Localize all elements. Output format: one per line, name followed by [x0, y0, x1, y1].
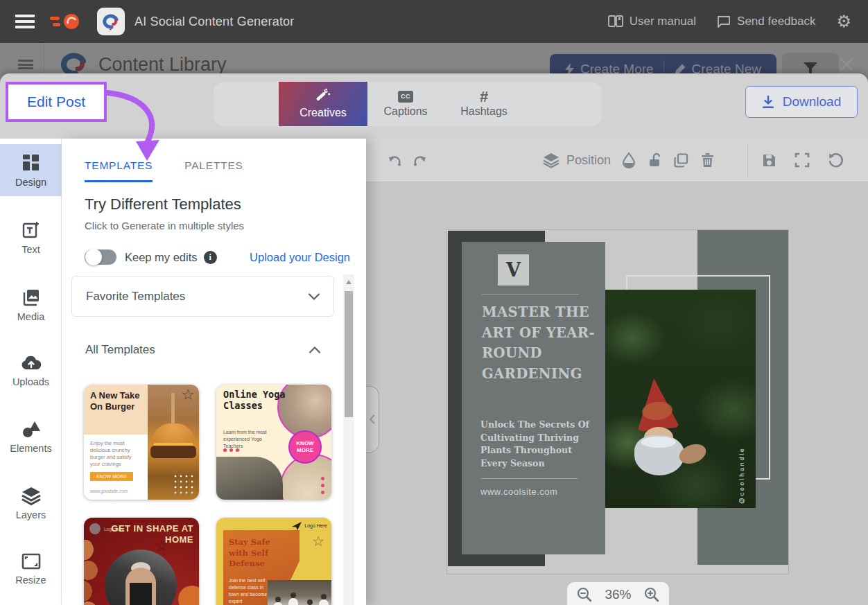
undo-button[interactable] — [383, 148, 406, 172]
droplet-icon — [623, 152, 635, 168]
tab-captions[interactable]: CC Captions — [367, 82, 444, 126]
app-logo-icon — [97, 8, 125, 35]
edit-post-annotation: Edit Post — [6, 82, 107, 122]
template-card-yoga[interactable]: Online Yoga Classes Learn from the most … — [216, 385, 331, 500]
template-grid: A New Take On Burger Enjoy the most deli… — [84, 385, 335, 605]
template-card-burger[interactable]: A New Take On Burger Enjoy the most deli… — [84, 385, 199, 500]
save-button[interactable] — [757, 148, 781, 172]
zoom-out-icon — [577, 587, 592, 602]
template-title: Stay Safe with Self Defense — [229, 537, 291, 570]
text-panel-shape[interactable] — [462, 242, 605, 554]
paper-plane-icon — [292, 522, 302, 530]
reset-button[interactable] — [824, 148, 847, 172]
sidebar-item-label: Uploads — [12, 376, 49, 387]
canvas-website-text[interactable]: www.coolsite.com — [480, 486, 557, 497]
tab-creatives[interactable]: Creatives — [279, 82, 367, 126]
dot-accents — [223, 448, 239, 452]
sidebar-item-label: Media — [17, 311, 45, 322]
sidebar-item-media[interactable]: Media — [0, 279, 62, 331]
keep-my-edits-toggle[interactable] — [85, 249, 116, 265]
editor-sidebar: Design Text Media — [0, 139, 62, 605]
transparency-button[interactable] — [617, 148, 641, 172]
canvas-heading-text[interactable]: MASTER THE ART OF YEAR-ROUND GARDENING — [482, 302, 608, 384]
star-icon: ☆ — [181, 386, 195, 404]
sidebar-item-text[interactable]: Text — [0, 211, 62, 263]
gnome-photo[interactable] — [605, 290, 756, 508]
sidebar-item-elements[interactable]: Elements — [0, 411, 62, 462]
download-icon — [762, 96, 774, 109]
delete-button[interactable] — [695, 148, 719, 172]
favorite-templates-label: Favorite Templates — [86, 290, 185, 304]
layers-icon — [543, 152, 559, 168]
sidebar-item-resize[interactable]: Resize — [0, 544, 62, 594]
defense-photo — [268, 580, 331, 605]
redo-button[interactable] — [408, 148, 432, 172]
tab-hashtags-label: Hashtags — [460, 105, 507, 118]
fullscreen-button[interactable] — [790, 148, 814, 172]
template-card-gym[interactable]: Logo here GET IN SHAPE AT HOME ☆ — [84, 518, 199, 605]
content-type-tabs: Creatives CC Captions # Hashtags — [214, 82, 602, 126]
semrush-logo-icon[interactable] — [50, 12, 80, 30]
brand-logo-v[interactable]: V — [498, 254, 529, 286]
scrollbar-thumb[interactable] — [345, 291, 353, 417]
canvas-handle-text[interactable]: @coolhandle — [738, 438, 749, 513]
all-templates-header[interactable]: All Templates — [71, 343, 334, 357]
sidebar-item-layers[interactable]: Layers — [0, 477, 62, 529]
zoom-out-button[interactable] — [577, 587, 592, 602]
design-canvas[interactable]: V MASTER THE ART OF YEAR-ROUND GARDENING… — [447, 230, 788, 574]
chevron-left-icon — [370, 414, 375, 424]
panel-collapse-handle[interactable] — [366, 386, 379, 453]
lock-button[interactable] — [643, 148, 666, 172]
text-icon — [21, 220, 40, 239]
annotation-arrow — [104, 83, 180, 166]
duplicate-button[interactable] — [669, 148, 693, 172]
sidebar-item-design[interactable]: Design — [0, 144, 62, 196]
all-templates-label: All Templates — [85, 343, 155, 357]
unlock-icon — [648, 152, 661, 168]
scroll-up-arrow[interactable] — [346, 280, 351, 284]
zoom-in-icon — [644, 587, 659, 602]
undo-icon — [386, 153, 403, 167]
star-icon: ☆ — [312, 533, 324, 550]
position-label: Position — [566, 153, 611, 168]
position-button[interactable]: Position — [543, 148, 611, 172]
canvas-area: V MASTER THE ART OF YEAR-ROUND GARDENING… — [366, 182, 868, 605]
download-label: Download — [783, 94, 842, 109]
logo-placeholder: Logo Here — [292, 522, 327, 530]
dot-accents-right — [321, 477, 324, 494]
sidebar-item-label: Elements — [10, 443, 51, 454]
zoom-control: 36% — [567, 582, 669, 605]
gnome-hat-shape — [632, 376, 679, 432]
download-button[interactable]: Download — [745, 86, 858, 118]
sidebar-item-label: Design — [15, 177, 46, 188]
top-app-bar: AI Social Content Generator User manual … — [0, 0, 868, 43]
settings-gear-icon[interactable]: ⚙ — [836, 13, 851, 30]
zoom-in-button[interactable] — [644, 587, 659, 602]
template-description: Enjoy the most delicious crunchy burger … — [90, 440, 143, 468]
template-card-defense[interactable]: Stay Safe with Self Defense Join the bes… — [216, 518, 331, 605]
send-feedback-label: Send feedback — [737, 15, 815, 28]
hamburger-menu-icon[interactable] — [15, 15, 35, 28]
resize-icon — [21, 553, 41, 570]
favorite-templates-header[interactable]: Favorite Templates — [71, 276, 334, 317]
logo-circle-icon — [89, 523, 101, 534]
user-manual-link[interactable]: User manual — [608, 15, 696, 28]
chevron-up-icon — [309, 343, 320, 357]
burger-text-panel: A New Take On Burger Enjoy the most deli… — [84, 385, 148, 500]
tab-hashtags[interactable]: # Hashtags — [444, 82, 524, 126]
template-url: www.goodsite.com — [90, 489, 128, 493]
hashtag-icon: # — [480, 91, 488, 103]
tab-palettes[interactable]: PALETTES — [184, 159, 243, 182]
upload-your-design-link[interactable]: Upload your Design — [250, 251, 350, 264]
shapes-icon — [21, 420, 41, 438]
editor-header: Creatives CC Captions # Hashtags Downloa… — [0, 73, 868, 139]
copy-icon — [674, 153, 688, 168]
info-icon[interactable]: i — [204, 251, 217, 264]
captions-cc-icon: CC — [398, 91, 413, 103]
upload-cloud-icon — [21, 355, 42, 371]
sidebar-item-uploads[interactable]: Uploads — [0, 346, 62, 396]
canvas-body-text[interactable]: Unlock The Secrets Of Cultivating Thrivi… — [480, 419, 597, 470]
send-feedback-link[interactable]: Send feedback — [717, 15, 815, 28]
magic-wand-icon — [315, 89, 331, 104]
gnome-mustache-shape — [641, 437, 676, 448]
